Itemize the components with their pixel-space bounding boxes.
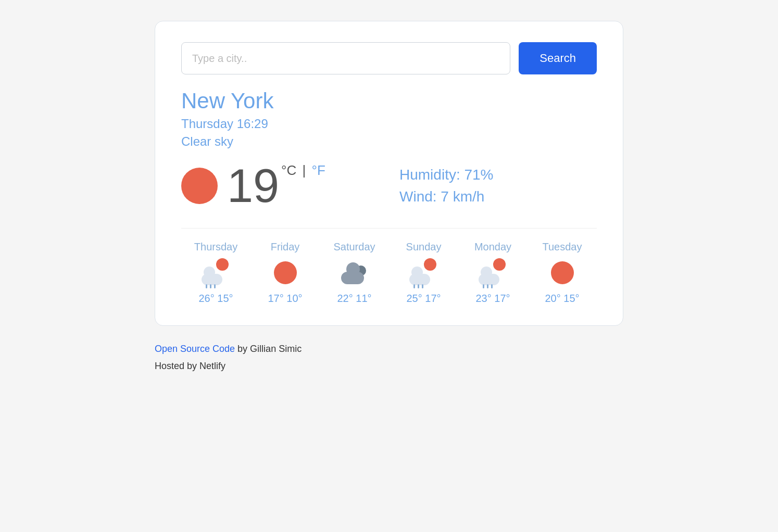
weather-main: 19 °C | °F Humidity: 71% Wind: 7 km/h <box>181 162 597 209</box>
wind: Wind: 7 km/h <box>399 186 597 208</box>
drop-icon <box>214 284 216 288</box>
forecast-temps: 22° 11° <box>337 293 371 305</box>
author-text: by Gillian Simic <box>235 344 302 354</box>
search-row: Search <box>181 42 597 74</box>
forecast-temps: 20° 15° <box>545 293 579 305</box>
cloud-dark-icon <box>340 258 369 287</box>
forecast-day-name: Saturday <box>333 241 375 253</box>
sun-small-icon <box>493 258 506 271</box>
rain-sun-icon <box>479 258 508 287</box>
rain-drops-icon <box>413 284 423 288</box>
forecast-day: Monday 23° 17° <box>458 241 528 305</box>
drop-icon <box>491 284 493 288</box>
forecast-day-name: Sunday <box>406 241 442 253</box>
forecast-day-name: Thursday <box>194 241 237 253</box>
weather-left: 19 °C | °F <box>181 162 379 209</box>
rain-drops-icon <box>206 284 216 288</box>
forecast-day-name: Monday <box>474 241 511 253</box>
cloud-body-icon <box>479 274 499 285</box>
search-button[interactable]: Search <box>519 42 597 74</box>
forecast-row: Thursday 26° 15°Friday17° 10°Saturday 2 <box>181 228 597 305</box>
forecast-day-name: Friday <box>271 241 300 253</box>
sun-small-icon <box>424 258 436 271</box>
forecast-day: Sunday 25° 17° <box>389 241 458 305</box>
humidity: Humidity: 71% <box>399 164 597 186</box>
condition: Clear sky <box>181 134 233 148</box>
rain-sun-icon <box>202 258 231 287</box>
forecast-icon <box>548 258 577 287</box>
drop-icon <box>483 284 484 288</box>
forecast-temps: 25° 17° <box>406 293 441 305</box>
day-time: Thursday 16:29 <box>181 117 268 131</box>
forecast-day: Saturday 22° 11° <box>320 241 389 305</box>
city-meta: Thursday 16:29 Clear sky <box>181 115 597 150</box>
forecast-icon <box>479 258 508 287</box>
drop-icon <box>210 284 211 288</box>
footer: Open Source Code by Gillian Simic Hosted… <box>155 340 623 374</box>
celsius-unit[interactable]: °C <box>281 162 296 178</box>
forecast-icon <box>340 258 369 287</box>
open-source-link[interactable]: Open Source Code <box>155 344 235 354</box>
weather-details: Humidity: 71% Wind: 7 km/h <box>379 164 597 208</box>
temperature-value: 19 <box>227 162 279 209</box>
rain-sun-icon <box>409 258 438 287</box>
cloud-body-icon <box>202 274 222 285</box>
city-name: New York <box>181 89 597 113</box>
forecast-icon <box>271 258 300 287</box>
drop-icon <box>206 284 207 288</box>
drop-icon <box>487 284 488 288</box>
fahrenheit-unit[interactable]: °F <box>312 162 325 178</box>
forecast-day: Friday17° 10° <box>250 241 320 305</box>
forecast-temps: 17° 10° <box>268 293 302 305</box>
city-search-input[interactable] <box>181 42 510 74</box>
forecast-temps: 23° 17° <box>475 293 510 305</box>
hosted-text: Hosted by Netlify <box>155 358 623 374</box>
unit-separator: | <box>303 162 306 178</box>
forecast-day: Thursday 26° 15° <box>181 241 250 305</box>
forecast-day-name: Tuesday <box>543 241 582 253</box>
drop-icon <box>418 284 419 288</box>
weather-card: Search New York Thursday 16:29 Clear sky… <box>155 21 623 326</box>
temperature-unit: °C | °F <box>281 162 325 179</box>
sun-icon <box>551 261 574 284</box>
drop-icon <box>413 284 415 288</box>
forecast-temps: 26° 15° <box>198 293 233 305</box>
footer-credit: Open Source Code by Gillian Simic <box>155 340 623 357</box>
current-weather-icon <box>181 168 218 204</box>
sun-icon <box>274 261 297 284</box>
cloud-body-icon <box>409 274 430 285</box>
forecast-icon <box>409 258 438 287</box>
sun-small-icon <box>216 258 229 271</box>
forecast-day: Tuesday20° 15° <box>528 241 597 305</box>
forecast-icon <box>202 258 231 287</box>
rain-drops-icon <box>483 284 493 288</box>
drop-icon <box>422 284 423 288</box>
temperature-block: 19 °C | °F <box>227 162 325 209</box>
cloud-body2-icon <box>341 272 364 284</box>
